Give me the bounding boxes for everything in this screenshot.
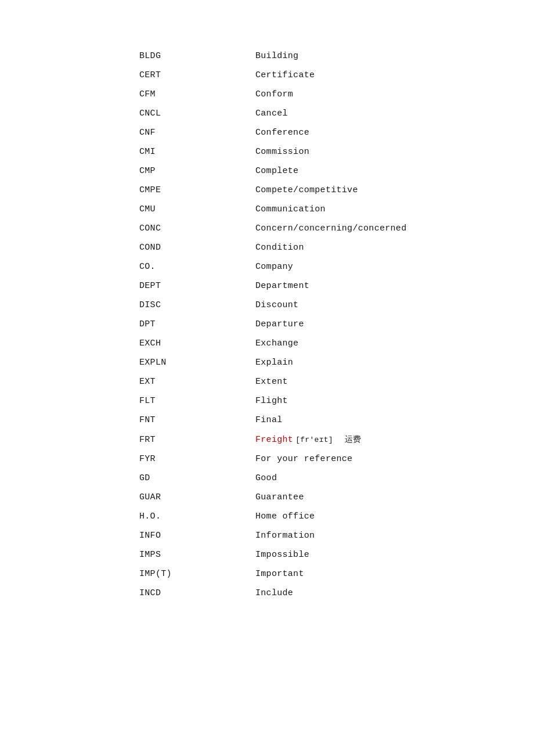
abbreviation-cell: DPT — [139, 319, 255, 329]
abbreviation-cell: IMPS — [139, 550, 255, 560]
table-row: CMUCommunication — [139, 200, 534, 219]
abbreviation-cell: DEPT — [139, 281, 255, 291]
abbreviation-cell: CNCL — [139, 109, 255, 118]
table-row: FYRFor your reference — [139, 449, 534, 469]
meaning-cell: Home office — [255, 512, 315, 521]
table-row: H.O.Home office — [139, 507, 534, 526]
meaning-cell: Department — [255, 281, 309, 291]
meaning-cell: For your reference — [255, 454, 352, 464]
meaning-cell: Flight — [255, 396, 288, 406]
table-row: FRTFreight[fr'eɪt]运费 — [139, 430, 534, 449]
abbreviation-cell: CNF — [139, 128, 255, 138]
meaning-cell: Guarantee — [255, 492, 304, 502]
abbreviation-cell: CMI — [139, 147, 255, 157]
meaning-cell: Conference — [255, 128, 309, 138]
table-row: EXCHExchange — [139, 334, 534, 353]
meaning-cell: Important — [255, 569, 304, 579]
abbreviation-cell: CONC — [139, 224, 255, 233]
meaning-cell: Cancel — [255, 109, 288, 118]
abbreviation-cell: FYR — [139, 454, 255, 464]
table-row: FLTFlight — [139, 391, 534, 411]
meaning-cell: Explain — [255, 358, 293, 368]
meaning-cell: Building — [255, 51, 298, 61]
table-row: CMPECompete/competitive — [139, 181, 534, 200]
table-row: EXTExtent — [139, 372, 534, 391]
abbreviation-cell: CFM — [139, 89, 255, 99]
table-row: CFMConform — [139, 85, 534, 104]
chinese-translation: 运费 — [345, 435, 362, 444]
abbreviation-cell: COND — [139, 243, 255, 253]
table-row: INFOInformation — [139, 526, 534, 545]
meaning-cell: Compete/competitive — [255, 185, 358, 195]
meaning-cell: Extent — [255, 377, 288, 387]
table-row: EXPLNExplain — [139, 353, 534, 372]
meaning-cell: Departure — [255, 319, 304, 329]
meaning-cell: Conform — [255, 89, 293, 99]
table-row: FNTFinal — [139, 411, 534, 430]
table-row: INCDInclude — [139, 584, 534, 603]
abbreviation-cell: CERT — [139, 70, 255, 80]
table-row: GDGood — [139, 469, 534, 488]
meaning-cell: Include — [255, 588, 293, 598]
abbreviation-cell: BLDG — [139, 51, 255, 61]
abbreviation-cell: CMP — [139, 166, 255, 176]
table-row: CONCConcern/concerning/concerned — [139, 219, 534, 238]
abbreviation-cell: EXPLN — [139, 358, 255, 368]
meaning-cell: Concern/concerning/concerned — [255, 224, 406, 233]
table-row: IMP(T)Important — [139, 564, 534, 584]
meaning-cell: Commission — [255, 147, 309, 157]
meaning-cell: Information — [255, 531, 315, 541]
meaning-cell: Condition — [255, 243, 304, 253]
table-row: BLDGBuilding — [139, 46, 534, 66]
table-row: GUARGuarantee — [139, 488, 534, 507]
abbreviation-cell: FLT — [139, 396, 255, 406]
abbreviation-cell: FNT — [139, 415, 255, 425]
abbreviation-cell: EXT — [139, 377, 255, 387]
meaning-cell: Final — [255, 415, 283, 425]
table-row: DPTDeparture — [139, 315, 534, 334]
table-row: IMPSImpossible — [139, 545, 534, 564]
abbreviation-cell: IMP(T) — [139, 569, 255, 579]
meaning-cell: Impossible — [255, 550, 309, 560]
meaning-cell: Discount — [255, 300, 298, 310]
phonetic-text: [fr'eɪt] — [295, 435, 333, 444]
table-row: CERTCertificate — [139, 66, 534, 85]
meaning-cell: Exchange — [255, 339, 298, 348]
freight-word: Freight — [255, 435, 293, 445]
meaning-cell: Company — [255, 262, 293, 272]
abbreviation-cell: CMU — [139, 204, 255, 214]
abbreviation-cell: GUAR — [139, 492, 255, 502]
abbreviation-cell: H.O. — [139, 512, 255, 521]
table-row: CNFConference — [139, 123, 534, 142]
abbreviation-cell: GD — [139, 473, 255, 483]
table-row: DEPTDepartment — [139, 276, 534, 296]
abbreviation-table: BLDGBuildingCERTCertificateCFMConformCNC… — [139, 46, 534, 603]
table-row: DISCDiscount — [139, 296, 534, 315]
abbreviation-cell: EXCH — [139, 339, 255, 348]
abbreviation-cell: DISC — [139, 300, 255, 310]
table-row: CONDCondition — [139, 238, 534, 257]
meaning-cell: Good — [255, 473, 277, 483]
abbreviation-cell: INFO — [139, 531, 255, 541]
abbreviation-cell: FRT — [139, 435, 255, 445]
table-row: CO.Company — [139, 257, 534, 276]
meaning-cell: Certificate — [255, 70, 315, 80]
table-row: CNCLCancel — [139, 104, 534, 123]
abbreviation-cell: CO. — [139, 262, 255, 272]
table-row: CMPComplete — [139, 161, 534, 181]
abbreviation-cell: CMPE — [139, 185, 255, 195]
table-row: CMICommission — [139, 142, 534, 161]
meaning-cell: Communication — [255, 204, 326, 214]
meaning-cell: Freight[fr'eɪt]运费 — [255, 434, 362, 445]
abbreviation-cell: INCD — [139, 588, 255, 598]
meaning-cell: Complete — [255, 166, 298, 176]
